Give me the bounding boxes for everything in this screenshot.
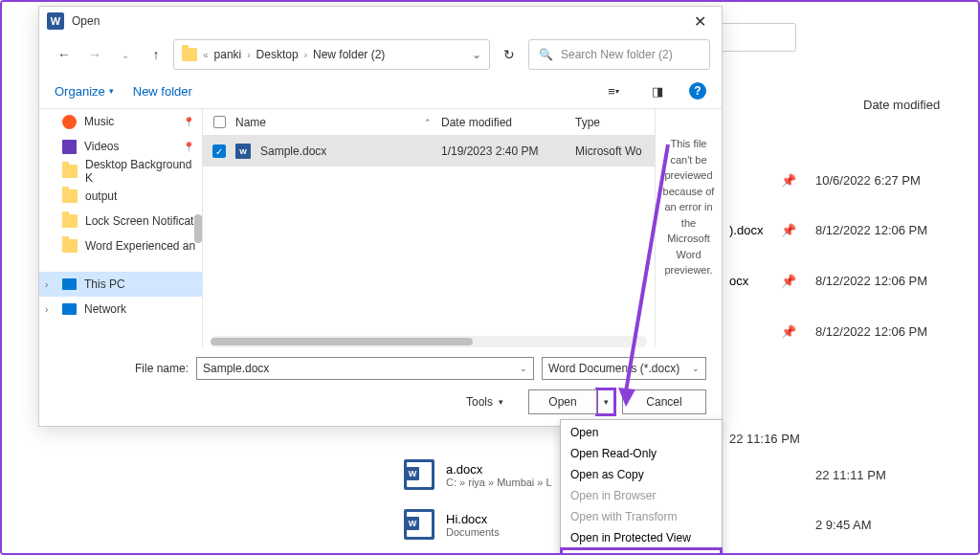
chevron-down-icon[interactable]: ⌄ <box>520 364 527 373</box>
tools-button[interactable]: Tools▾ <box>466 395 503 409</box>
preview-pane-toggle[interactable]: ◨ <box>645 78 670 103</box>
open-dropdown-menu: Open Open Read-Only Open as Copy Open in… <box>560 419 723 555</box>
file-date: 1/19/2023 2:40 PM <box>441 144 575 158</box>
scrollbar-thumb[interactable] <box>194 214 202 243</box>
sidebar-item-this-pc[interactable]: ›This PC <box>39 272 202 297</box>
help-icon[interactable]: ? <box>689 82 706 100</box>
sidebar: Music📍 Videos📍 Desktop Background K outp… <box>39 109 202 347</box>
pin-icon: 📍 <box>183 117 194 127</box>
file-type: Microsoft Wo <box>575 144 655 158</box>
pin-icon: 📍 <box>183 142 194 152</box>
col-date[interactable]: Date modified <box>441 116 575 129</box>
bg-row-date: 8/12/2022 12:06 PM <box>815 274 959 288</box>
menu-open-transform: Open with Transform <box>561 506 722 527</box>
breadcrumb-seg[interactable]: New folder (2) <box>313 48 385 61</box>
bg-file-path: C: » riya » Mumbai » L <box>446 477 552 488</box>
forward-button[interactable]: → <box>81 41 108 68</box>
nav-bar: ← → ⌄ ↑ « panki › Desktop › New folder (… <box>39 35 722 74</box>
chevron-down-icon[interactable]: ⌄ <box>472 48 481 61</box>
folder-icon <box>62 165 78 178</box>
chevron-down-icon[interactable]: ⌄ <box>692 364 700 373</box>
bg-file-name: ).docx <box>729 223 763 237</box>
chevron-right-icon: › <box>247 50 250 60</box>
chevron-right-icon[interactable]: › <box>45 279 48 290</box>
file-checkbox[interactable]: ✓ <box>212 144 226 158</box>
sidebar-item-folder[interactable]: Word Experienced an <box>39 233 202 258</box>
back-button[interactable]: ← <box>51 41 78 68</box>
recent-dropdown[interactable]: ⌄ <box>112 41 139 68</box>
menu-open-repair[interactable]: Open and Repair <box>561 548 722 555</box>
pin-icon[interactable]: 📌 <box>781 324 796 339</box>
bg-row-date: 22 11:16 PM <box>729 432 873 446</box>
close-button[interactable]: ✕ <box>686 12 714 31</box>
sidebar-item-folder[interactable]: Lock Screen Notificati <box>39 209 202 233</box>
search-input[interactable]: 🔍 Search New folder (2) <box>528 39 710 70</box>
word-doc-icon <box>404 459 434 490</box>
bg-file-path: Documents <box>446 526 500 538</box>
title-bar: W Open ✕ <box>39 7 722 35</box>
file-list-header: Name⌃ Date modified Type <box>203 109 655 136</box>
open-button[interactable]: Open <box>528 389 597 414</box>
breadcrumb-seg[interactable]: Desktop <box>256 48 299 61</box>
folder-icon <box>62 214 78 228</box>
music-icon <box>62 115 77 129</box>
horizontal-scrollbar[interactable] <box>211 336 647 347</box>
menu-open-browser: Open in Browser <box>561 485 722 506</box>
pin-icon[interactable]: 📌 <box>781 223 796 237</box>
new-folder-button[interactable]: New folder <box>133 84 192 99</box>
filename-label: File name: <box>55 362 189 375</box>
menu-open[interactable]: Open <box>561 422 722 443</box>
bg-row-date: 10/6/2022 6:27 PM <box>815 173 959 188</box>
bg-row-date: 22 11:11 PM <box>815 468 959 482</box>
bg-row-date: 2 9:45 AM <box>815 518 959 532</box>
organize-button[interactable]: Organize▾ <box>55 84 114 99</box>
word-doc-icon <box>404 509 434 540</box>
filename-input[interactable]: Sample.docx⌄ <box>196 357 534 380</box>
folder-icon <box>62 239 78 253</box>
col-type[interactable]: Type <box>575 116 655 129</box>
menu-open-protected[interactable]: Open in Protected View <box>561 527 722 548</box>
folder-icon <box>62 189 78 203</box>
file-row[interactable]: ✓ Sample.docx 1/19/2023 2:40 PM Microsof… <box>203 136 655 166</box>
file-name: Sample.docx <box>260 144 326 158</box>
refresh-button[interactable]: ↻ <box>494 39 524 70</box>
pin-icon[interactable]: 📌 <box>781 274 796 288</box>
up-button[interactable]: ↑ <box>143 41 169 68</box>
view-list-icon[interactable]: ≡ ▾ <box>601 78 626 103</box>
bg-file-name[interactable]: Hi.docx <box>446 512 500 526</box>
preview-message: This file can't be previewed because of … <box>663 138 715 276</box>
bg-file-name: ocx <box>729 274 748 288</box>
folder-icon <box>182 48 197 61</box>
word-doc-icon <box>235 144 251 159</box>
sidebar-item-folder[interactable]: output <box>39 184 202 209</box>
sidebar-item-network[interactable]: ›Network <box>39 297 202 322</box>
bg-row-date: 8/12/2022 12:06 PM <box>815 324 959 339</box>
chevron-right-icon[interactable]: › <box>45 304 48 315</box>
sidebar-item-folder[interactable]: Desktop Background K <box>39 159 202 184</box>
preview-pane: This file can't be previewed because of … <box>655 109 722 347</box>
sort-asc-icon: ⌃ <box>424 118 432 127</box>
col-name[interactable]: Name⌃ <box>235 116 441 129</box>
pin-icon[interactable]: 📌 <box>781 173 796 188</box>
bg-file-name[interactable]: a.docx <box>446 462 552 477</box>
menu-open-copy[interactable]: Open as Copy <box>561 464 722 485</box>
chevron-right-icon: › <box>304 50 307 60</box>
filetype-dropdown[interactable]: Word Documents (*.docx)⌄ <box>542 357 706 380</box>
open-dialog: W Open ✕ ← → ⌄ ↑ « panki › Desktop › New… <box>38 6 723 427</box>
open-split-dropdown[interactable]: ▾ <box>597 389 614 414</box>
bg-col-date-modified[interactable]: Date modified <box>863 98 940 112</box>
pc-icon <box>62 278 77 290</box>
network-icon <box>62 303 77 315</box>
chevron-right-icon: « <box>203 50 209 60</box>
video-icon <box>62 140 77 154</box>
sidebar-item-music[interactable]: Music📍 <box>39 109 202 134</box>
cancel-button[interactable]: Cancel <box>622 389 706 414</box>
breadcrumb-seg[interactable]: panki <box>214 48 242 61</box>
search-icon: 🔍 <box>539 48 553 61</box>
bg-row-date: 8/12/2022 12:06 PM <box>815 223 959 237</box>
search-placeholder: Search New folder (2) <box>561 48 673 61</box>
sidebar-item-videos[interactable]: Videos📍 <box>39 134 202 159</box>
menu-open-readonly[interactable]: Open Read-Only <box>561 443 722 464</box>
select-all-checkbox[interactable] <box>213 116 226 128</box>
breadcrumb[interactable]: « panki › Desktop › New folder (2) ⌄ <box>173 39 490 70</box>
